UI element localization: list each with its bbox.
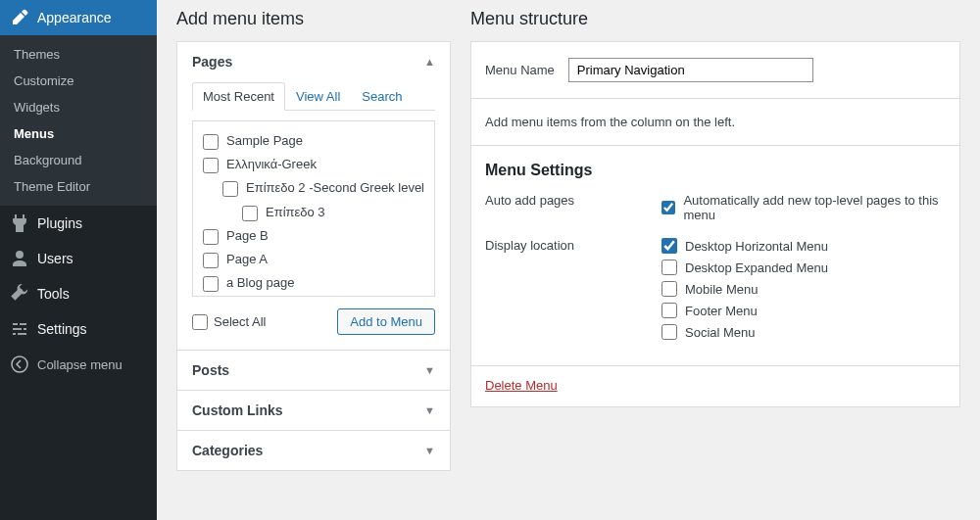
location-text: Footer Menu xyxy=(685,304,758,318)
menu-structure-title: Menu structure xyxy=(470,0,960,41)
page-checkbox[interactable] xyxy=(203,276,219,292)
admin-sidebar: Appearance Themes Customize Widgets Menu… xyxy=(0,0,157,520)
acc-posts-header[interactable]: Posts ▼ xyxy=(177,351,450,390)
sidebar-item-users[interactable]: Users xyxy=(0,241,157,276)
acc-posts: Posts ▼ xyxy=(177,351,450,391)
tools-label: Tools xyxy=(37,286,70,302)
caret-down-icon: ▼ xyxy=(424,404,435,416)
acc-custom-links-header[interactable]: Custom Links ▼ xyxy=(177,391,450,430)
settings-label: Settings xyxy=(37,321,87,337)
user-icon xyxy=(10,249,29,268)
page-checkbox[interactable] xyxy=(222,181,238,197)
location-option[interactable]: Desktop Expanded Menu xyxy=(662,260,828,275)
display-location-label: Display location xyxy=(485,238,662,346)
brush-icon xyxy=(10,8,29,27)
tab-view-all[interactable]: View All xyxy=(285,82,351,111)
tab-search[interactable]: Search xyxy=(351,82,413,111)
caret-down-icon: ▼ xyxy=(424,445,435,456)
caret-down-icon: ▼ xyxy=(424,364,435,376)
page-label: a Blog page xyxy=(226,274,294,292)
acc-categories-header[interactable]: Categories ▼ xyxy=(177,431,450,470)
sliders-icon xyxy=(10,319,29,339)
page-item: Επίπεδο 3 xyxy=(203,201,424,224)
auto-add-option[interactable]: Automatically add new top-level pages to… xyxy=(662,193,946,222)
page-checkbox[interactable] xyxy=(242,206,258,221)
auto-add-checkbox[interactable] xyxy=(662,200,675,215)
location-checkbox[interactable] xyxy=(662,324,677,340)
location-checkbox[interactable] xyxy=(662,281,677,297)
location-option[interactable]: Social Menu xyxy=(662,324,828,340)
acc-custom-links-title: Custom Links xyxy=(192,402,283,418)
menu-instruction: Add menu items from the column on the le… xyxy=(471,99,959,145)
select-all-label: Select All xyxy=(214,314,266,329)
add-menu-items-title: Add menu items xyxy=(176,0,451,41)
sidebar-item-tools[interactable]: Tools xyxy=(0,276,157,311)
sidebar-item-plugins[interactable]: Plugins xyxy=(0,206,157,241)
sidebar-item-widgets[interactable]: Widgets xyxy=(0,94,157,120)
plug-icon xyxy=(10,213,29,233)
acc-pages: Pages ▲ Most Recent View All Search Samp… xyxy=(177,42,450,351)
location-checkbox[interactable] xyxy=(662,238,677,254)
location-checkbox[interactable] xyxy=(662,260,677,275)
sidebar-item-menus[interactable]: Menus xyxy=(0,120,157,147)
add-menu-accordion: Pages ▲ Most Recent View All Search Samp… xyxy=(176,41,451,471)
page-checkbox[interactable] xyxy=(203,229,219,245)
menu-panel: Menu Name Add menu items from the column… xyxy=(470,41,960,407)
users-label: Users xyxy=(37,251,74,266)
select-all[interactable]: Select All xyxy=(192,314,266,330)
sidebar-item-appearance[interactable]: Appearance xyxy=(0,0,157,35)
page-item: Sample Page xyxy=(203,129,424,153)
pages-list: Sample Page Ελληνικά-Greek Επίπεδο 2 -Se… xyxy=(192,120,435,297)
location-text: Desktop Expanded Menu xyxy=(685,260,828,275)
page-label: Page B xyxy=(226,227,269,245)
select-all-checkbox[interactable] xyxy=(192,314,208,330)
acc-categories-title: Categories xyxy=(192,443,263,458)
acc-categories: Categories ▼ xyxy=(177,431,450,470)
page-label: Page A xyxy=(226,251,268,268)
page-label: Επίπεδο 3 xyxy=(266,204,325,221)
sidebar-item-settings[interactable]: Settings xyxy=(0,311,157,347)
sidebar-item-theme-editor[interactable]: Theme Editor xyxy=(0,173,157,200)
page-checkbox[interactable] xyxy=(203,134,219,150)
delete-menu-link[interactable]: Delete Menu xyxy=(485,378,558,393)
add-to-menu-button[interactable]: Add to Menu xyxy=(337,308,435,335)
page-item: Page A xyxy=(203,248,424,271)
tab-most-recent[interactable]: Most Recent xyxy=(192,82,285,111)
location-option[interactable]: Mobile Menu xyxy=(662,281,828,297)
page-checkbox[interactable] xyxy=(203,253,219,268)
auto-add-text: Automatically add new top-level pages to… xyxy=(683,193,946,222)
appearance-label: Appearance xyxy=(37,10,112,25)
acc-pages-title: Pages xyxy=(192,54,232,70)
menu-name-row: Menu Name xyxy=(471,42,959,99)
pages-tabs: Most Recent View All Search xyxy=(192,81,435,111)
menu-name-input[interactable] xyxy=(568,58,813,82)
location-checkbox[interactable] xyxy=(662,303,677,318)
page-label: Επίπεδο 2 -Second Greek level xyxy=(246,179,424,197)
menu-settings: Menu Settings Auto add pages Automatical… xyxy=(471,145,959,365)
location-option[interactable]: Footer Menu xyxy=(662,303,828,318)
wrench-icon xyxy=(10,284,29,304)
appearance-submenu: Themes Customize Widgets Menus Backgroun… xyxy=(0,35,157,206)
sidebar-item-customize[interactable]: Customize xyxy=(0,68,157,94)
location-option[interactable]: Desktop Horizontal Menu xyxy=(662,238,828,254)
sidebar-item-background[interactable]: Background xyxy=(0,147,157,173)
collapse-label: Collapse menu xyxy=(37,357,122,372)
location-text: Desktop Horizontal Menu xyxy=(685,239,828,254)
page-item: Page B xyxy=(203,224,424,248)
acc-pages-header[interactable]: Pages ▲ xyxy=(177,42,450,81)
acc-posts-title: Posts xyxy=(192,362,229,378)
svg-point-0 xyxy=(12,356,27,372)
location-text: Social Menu xyxy=(685,325,756,340)
page-label: Ελληνικά-Greek xyxy=(226,156,317,173)
sidebar-item-themes[interactable]: Themes xyxy=(0,41,157,68)
location-text: Mobile Menu xyxy=(685,282,758,297)
collapse-menu[interactable]: Collapse menu xyxy=(0,347,157,382)
collapse-icon xyxy=(10,355,29,374)
plugins-label: Plugins xyxy=(37,215,82,231)
auto-add-label: Auto add pages xyxy=(485,193,662,228)
page-item: a Blog page xyxy=(203,271,424,295)
page-item: Επίπεδο 2 -Second Greek level xyxy=(203,176,424,200)
menu-name-label: Menu Name xyxy=(485,63,555,77)
page-checkbox[interactable] xyxy=(203,158,219,173)
caret-up-icon: ▲ xyxy=(424,56,435,68)
